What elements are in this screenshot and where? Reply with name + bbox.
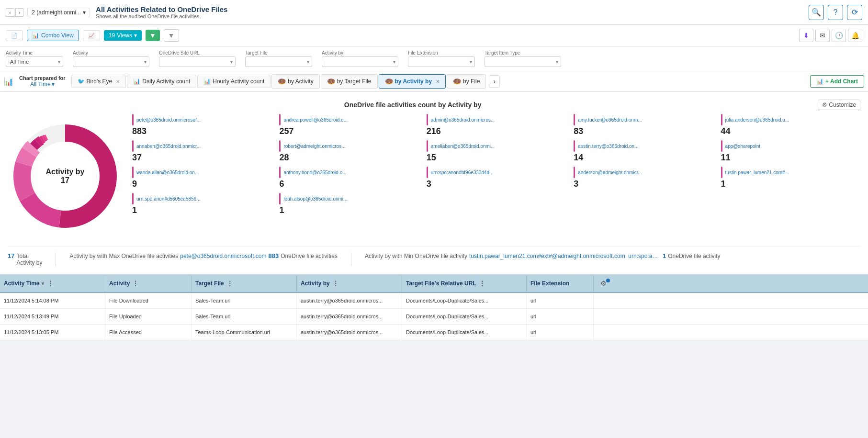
by-target-file-tab[interactable]: 🍩 by Target File xyxy=(321,74,378,89)
legend-name[interactable]: annaben@o365droid.onmicr... xyxy=(136,144,201,149)
legend-name[interactable]: urn:spo:anon#bf96e333d4d... xyxy=(431,170,494,175)
site-url-select[interactable] xyxy=(159,56,236,67)
chart-content: Activity by 17 pete@o365droid.onmicrosof… xyxy=(8,114,860,238)
legend-name[interactable]: robert@admeight.onmicros... xyxy=(283,144,345,149)
legend-count: 216 xyxy=(427,126,566,136)
footer-max-link[interactable]: pete@o365droid.onmicrosoft.com xyxy=(180,253,266,259)
legend-name[interactable]: urn:spo:anon#d5605ea5856... xyxy=(136,196,200,202)
legend-name[interactable]: admin@o365droid.onmicros... xyxy=(431,117,495,123)
by-activity-by-close[interactable]: ✕ xyxy=(436,79,440,84)
daily-activity-tab[interactable]: 📊 Daily Activity count xyxy=(127,75,196,88)
legend-count: 15 xyxy=(427,153,566,163)
legend-bar xyxy=(279,167,281,178)
col-menu-activity[interactable]: ⋮ xyxy=(133,280,138,287)
footer-min-link[interactable]: tustin.pawar_lumen21.com#ext#@admeight.o… xyxy=(469,253,661,259)
target-item-select-wrap[interactable] xyxy=(485,56,561,67)
legend-name[interactable]: amy.tucker@o365droid.onm... xyxy=(578,117,642,123)
file-ext-select[interactable] xyxy=(408,56,475,67)
legend-bar xyxy=(574,140,575,152)
activity-by-select-wrap[interactable] xyxy=(322,56,398,67)
activity-select[interactable] xyxy=(73,56,149,67)
add-chart-btn[interactable]: 📊 + Add Chart xyxy=(810,75,864,88)
activity-by-select[interactable] xyxy=(322,56,398,67)
table-row[interactable]: 11/12/2024 5:13:05 PM File Accessed Team… xyxy=(0,325,868,340)
file-ext-select-wrap[interactable] xyxy=(408,56,475,67)
birds-eye-tab[interactable]: 🐦 Bird's Eye ✕ xyxy=(71,75,126,88)
hourly-activity-tab[interactable]: 📊 Hourly Activity count xyxy=(197,75,271,88)
help-icon-btn[interactable]: ? xyxy=(828,5,843,20)
col-menu-target[interactable]: ⋮ xyxy=(227,280,233,287)
table-row[interactable]: 11/12/2024 5:14:08 PM File Downloaded Sa… xyxy=(0,293,868,309)
activity-time-select-wrap[interactable]: All Time xyxy=(6,56,63,67)
breadcrumb[interactable]: 2 (admeight.onmi... ▾ xyxy=(27,8,90,17)
activity-select-wrap[interactable] xyxy=(73,56,149,67)
legend-count: 1 xyxy=(132,205,271,215)
legend-bar xyxy=(721,140,722,152)
document-view-btn[interactable]: 📄 xyxy=(6,30,23,41)
table-row[interactable]: 11/12/2024 5:13:49 PM File Uploaded Sale… xyxy=(0,309,868,325)
legend-count: 1 xyxy=(279,205,418,215)
activity-time-select[interactable]: All Time xyxy=(6,56,63,67)
by-target-label: by Target File xyxy=(337,78,372,85)
legend-name[interactable]: wanda.allan@o365droid.on... xyxy=(136,170,199,175)
donut-center: Activity by 17 xyxy=(46,168,85,185)
table-settings-btn[interactable]: ⚙ xyxy=(600,280,607,287)
legend-name[interactable]: ameliaben@o365droid.onmi... xyxy=(431,144,495,149)
daily-icon: 📊 xyxy=(133,78,140,85)
schedule-action-btn[interactable]: 🕐 xyxy=(832,29,846,42)
birds-eye-close[interactable]: ✕ xyxy=(116,79,120,84)
customize-btn[interactable]: ⚙ Customize xyxy=(818,100,860,110)
legend-name[interactable]: julia.anderson@o365droid.o... xyxy=(725,117,789,123)
legend-name[interactable]: app@sharepoint xyxy=(725,144,761,149)
legend-grid: pete@o365droid.onmicrosof... 883 andrea.… xyxy=(132,114,860,215)
site-url-select-wrap[interactable] xyxy=(159,56,236,67)
target-file-select[interactable] xyxy=(245,56,312,67)
legend-name[interactable]: tustin.pawar_lumen21.com#... xyxy=(725,170,789,175)
legend-name[interactable]: austin.terry@o365droid.on... xyxy=(578,144,638,149)
col-activity-time[interactable]: Activity Time ∨ ⋮ xyxy=(0,275,105,292)
legend-name[interactable]: andrea.powell@o365droid.o... xyxy=(283,117,348,123)
add-chart-icon: 📊 xyxy=(816,78,823,85)
filter-btn[interactable]: ▼ xyxy=(146,30,160,41)
col-target-url[interactable]: Target File's Relative URL ⋮ xyxy=(402,275,527,292)
col-target-url-label: Target File's Relative URL xyxy=(406,280,476,287)
chart-icon: 📊 xyxy=(4,77,13,86)
col-settings[interactable]: ⚙ xyxy=(594,275,613,292)
chart-prepared-tab[interactable]: Chart prepared for All Time ▾ xyxy=(14,73,70,90)
chart-title: OneDrive file activities count by Activi… xyxy=(344,101,482,109)
filter-extra-btn[interactable]: ▼ xyxy=(164,29,179,42)
tabs-scroll-right[interactable]: › xyxy=(489,75,500,88)
nav-forward[interactable]: › xyxy=(15,8,24,17)
download-action-btn[interactable]: ⬇ xyxy=(799,29,813,42)
activity-time-filter-group: Activity Time All Time xyxy=(6,50,63,67)
col-menu-time[interactable]: ⋮ xyxy=(47,280,53,287)
col-menu-url[interactable]: ⋮ xyxy=(479,280,485,287)
combo-view-btn[interactable]: 📊 Combo View xyxy=(27,30,79,41)
email-action-btn[interactable]: ✉ xyxy=(815,29,830,42)
col-target-file[interactable]: Target File ⋮ xyxy=(192,275,297,292)
alert-action-btn[interactable]: 🔔 xyxy=(848,29,862,42)
target-item-select[interactable] xyxy=(485,56,561,67)
search-icon-btn[interactable]: 🔍 xyxy=(809,5,824,20)
views-btn[interactable]: 19 Views ▾ xyxy=(104,30,142,41)
legend-name[interactable]: anderson@admeight.onmicr... xyxy=(578,170,642,175)
col-file-ext[interactable]: File Extension xyxy=(527,275,594,292)
by-file-tab[interactable]: 🍩 by File xyxy=(447,74,486,89)
legend-name[interactable]: leah.alsop@o365droid.onmi... xyxy=(283,196,347,202)
legend-item: anthony.bond@o365droid.o... 6 xyxy=(279,167,418,189)
target-file-select-wrap[interactable] xyxy=(245,56,312,67)
col-activity[interactable]: Activity ⋮ xyxy=(105,275,192,292)
sync-icon-btn[interactable]: ⟳ xyxy=(847,5,862,20)
legend-bar xyxy=(132,140,134,152)
sort-icon-time: ∨ xyxy=(41,281,45,286)
page-title: All Activities Related to OneDrive Files xyxy=(96,5,809,13)
legend-name[interactable]: anthony.bond@o365droid.o... xyxy=(283,170,346,175)
nav-back[interactable]: ‹ xyxy=(6,8,14,17)
legend-item: annaben@o365droid.onmicr... 37 xyxy=(132,140,271,163)
col-menu-activity-by[interactable]: ⋮ xyxy=(333,280,338,287)
by-activity-tab[interactable]: 🍩 by Activity xyxy=(271,74,319,89)
by-activity-by-tab[interactable]: 🍩 by Activity by ✕ xyxy=(379,74,446,89)
col-activity-by[interactable]: Activity by ⋮ xyxy=(297,275,402,292)
chart-view-btn[interactable]: 📈 xyxy=(83,30,100,41)
legend-name[interactable]: pete@o365droid.onmicrosof... xyxy=(136,117,201,123)
